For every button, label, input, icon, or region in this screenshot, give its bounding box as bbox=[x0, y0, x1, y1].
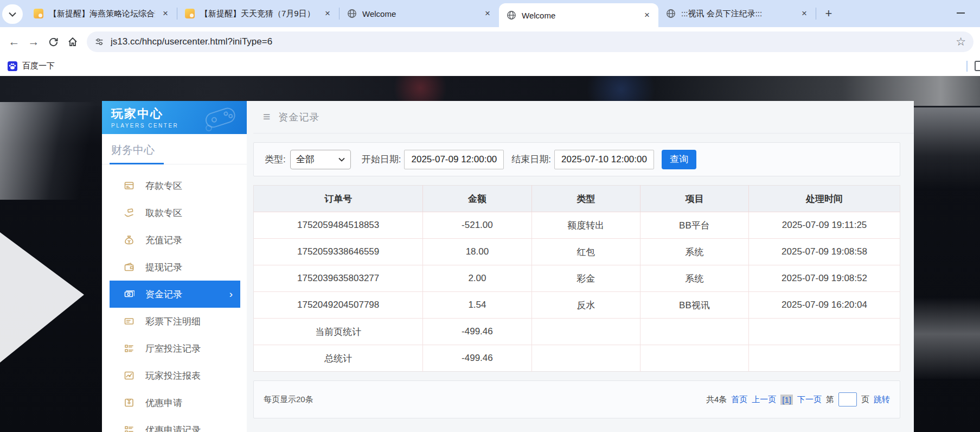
address-bar[interactable]: js13.cc/hhcp/usercenter.html?iniType=6 ☆ bbox=[87, 31, 973, 52]
tab-forum[interactable]: 【新提醒】海燕策略论坛综合交 × bbox=[26, 0, 177, 27]
table-row: 1752049204507798 1.54 反水 BB视讯 2025-07-09… bbox=[254, 292, 900, 319]
page-jump-input[interactable] bbox=[838, 392, 857, 406]
sidebar-item-label: 充值记录 bbox=[145, 234, 182, 246]
browser-toolbar: ← → js13.cc/hhcp/usercenter.html?iniType… bbox=[0, 27, 980, 56]
col-project: 项目 bbox=[640, 186, 748, 212]
filter-bar: 类型: 全部 开始日期: 2025-07-09 12:00:00 结束日期: 2… bbox=[253, 142, 900, 176]
page-header: ≡ 资金记录 bbox=[253, 101, 914, 134]
cell-project: BB平台 bbox=[640, 212, 748, 239]
sidebar-item-label: 优惠申请 bbox=[145, 397, 182, 409]
col-amount: 金额 bbox=[423, 186, 531, 212]
search-button[interactable]: 查询 bbox=[662, 150, 696, 169]
close-icon[interactable]: × bbox=[482, 8, 494, 20]
cell-order-id: 1752059338646559 bbox=[254, 239, 423, 265]
cell-project: BB视讯 bbox=[640, 292, 748, 319]
tab-welcome-1[interactable]: Welcome × bbox=[340, 0, 499, 27]
cell-order-id: 1752059484518853 bbox=[254, 212, 423, 239]
tab-welcome-2-active[interactable]: Welcome × bbox=[499, 3, 658, 27]
tabs: 【新提醒】海燕策略论坛综合交 × 【新提醒】天天竞猜（7月9日） × Welco… bbox=[26, 0, 837, 27]
type-select[interactable]: 全部 bbox=[290, 150, 351, 169]
funds-table: 订单号 金额 类型 项目 处理时间 1752059484518853 -521.… bbox=[253, 185, 900, 372]
background-streak bbox=[912, 297, 980, 379]
end-date-input[interactable]: 2025-07-10 12:00:00 bbox=[554, 150, 654, 169]
sidebar-item-label: 资金记录 bbox=[145, 288, 182, 301]
sidebar-item-promo-apply[interactable]: 优惠申请 bbox=[110, 389, 240, 416]
sidebar-item-player-bet-report[interactable]: 玩家投注报表 bbox=[110, 362, 240, 389]
sidebar-item-label: 提现记录 bbox=[145, 261, 182, 274]
list-icon bbox=[124, 343, 134, 354]
background-streak bbox=[909, 107, 980, 189]
sidebar-item-label: 存款专区 bbox=[145, 180, 182, 192]
deposit-card-icon bbox=[124, 180, 134, 191]
first-page-link[interactable]: 首页 bbox=[731, 395, 747, 405]
back-button[interactable]: ← bbox=[4, 32, 24, 52]
tab-separator bbox=[816, 8, 816, 20]
close-icon[interactable]: × bbox=[322, 8, 334, 20]
new-tab-button[interactable]: + bbox=[821, 5, 837, 22]
bookmark-baidu[interactable]: 百度一下 bbox=[8, 61, 55, 71]
close-icon[interactable]: × bbox=[798, 8, 810, 20]
sidebar-section-title: 财务中心 bbox=[102, 134, 247, 157]
cell-type: 额度转出 bbox=[531, 212, 640, 239]
type-label: 类型: bbox=[265, 153, 286, 166]
prev-page-link[interactable]: 上一页 bbox=[752, 395, 776, 405]
cell-time: 2025-07-09 19:08:52 bbox=[749, 265, 900, 292]
sidebar-header: 玩家中心 PLAYERS CENTER bbox=[102, 101, 247, 134]
sidebar-item-label: 取款专区 bbox=[145, 207, 182, 219]
tab-title: 【新提醒】海燕策略论坛综合交 bbox=[49, 9, 155, 19]
sidebar-item-deposit[interactable]: 存款专区 bbox=[110, 172, 240, 199]
globe-icon bbox=[347, 9, 357, 18]
cash-icon bbox=[124, 289, 134, 300]
next-page-link[interactable]: 下一页 bbox=[797, 395, 822, 405]
tab-title: 【新提醒】天天竞猜（7月9日） bbox=[200, 9, 317, 19]
table-row-grand-total: 总统计 -499.46 bbox=[254, 345, 900, 372]
sidebar-item-funds-record[interactable]: 资金记录 › bbox=[110, 281, 240, 308]
wallet-icon bbox=[124, 262, 134, 272]
table-header-row: 订单号 金额 类型 项目 处理时间 bbox=[254, 186, 900, 212]
bookmark-star-icon[interactable]: ☆ bbox=[956, 35, 966, 48]
money-bag-icon bbox=[124, 234, 134, 245]
col-time: 处理时间 bbox=[749, 186, 900, 212]
col-type: 类型 bbox=[531, 186, 640, 212]
home-icon bbox=[67, 36, 78, 47]
tab-search-button[interactable] bbox=[2, 4, 23, 24]
hand-money-icon bbox=[124, 207, 134, 218]
close-icon[interactable]: × bbox=[159, 8, 171, 20]
pagination-controls: 共4条 首页 上一页 [1] 下一页 第 页 跳转 bbox=[702, 392, 890, 406]
cell-time: 2025-07-09 19:11:25 bbox=[749, 212, 900, 239]
cell-type: 红包 bbox=[531, 239, 640, 265]
sidebar: 玩家中心 PLAYERS CENTER 财务中心 存款 bbox=[102, 101, 247, 432]
bookmarks-bar: 百度一下 bbox=[0, 56, 980, 76]
background-glow bbox=[0, 102, 103, 200]
reload-button[interactable] bbox=[43, 32, 63, 52]
sidebar-item-promo-apply-record[interactable]: 优惠申请记录 bbox=[110, 416, 240, 432]
tab-guess[interactable]: 【新提醒】天天竞猜（7月9日） × bbox=[177, 0, 339, 27]
sidebar-item-recharge-record[interactable]: 充值记录 bbox=[110, 226, 240, 253]
start-date-input[interactable]: 2025-07-09 12:00:00 bbox=[404, 150, 504, 169]
table-row-page-total: 当前页统计 -499.46 bbox=[254, 319, 900, 345]
sidebar-item-lottery-bet-detail[interactable]: 彩票下注明细 bbox=[110, 308, 240, 335]
jump-link[interactable]: 跳转 bbox=[874, 395, 890, 405]
tab-video-records[interactable]: :::视讯 会员下注纪录::: × bbox=[658, 0, 816, 27]
forward-button[interactable]: → bbox=[24, 32, 43, 52]
side-panel-icon[interactable] bbox=[975, 61, 980, 71]
pagination-bar: 每页显示20条 共4条 首页 上一页 [1] 下一页 第 页 跳转 bbox=[253, 380, 900, 418]
cell-label: 总统计 bbox=[254, 345, 423, 372]
url-text: js13.cc/hhcp/usercenter.html?iniType=6 bbox=[111, 36, 956, 47]
cell-project: 系统 bbox=[640, 239, 748, 265]
home-button[interactable] bbox=[63, 32, 82, 52]
cell-type: 彩金 bbox=[531, 265, 640, 292]
cell-empty bbox=[640, 319, 748, 345]
sidebar-item-withdrawal-record[interactable]: 提现记录 bbox=[110, 253, 240, 281]
sidebar-item-label: 彩票下注明细 bbox=[145, 315, 201, 328]
cell-order-id: 1752049204507798 bbox=[254, 292, 423, 319]
sidebar-item-withdraw[interactable]: 取款专区 bbox=[110, 199, 240, 226]
tab-title: Welcome bbox=[522, 11, 637, 20]
sidebar-item-label: 优惠申请记录 bbox=[145, 424, 201, 432]
sidebar-item-hall-bet-record[interactable]: 厅室投注记录 bbox=[110, 335, 240, 362]
chevron-down-icon bbox=[338, 157, 345, 162]
window-minimize-button[interactable] bbox=[957, 12, 965, 14]
end-date-label: 结束日期: bbox=[511, 153, 551, 166]
cell-empty bbox=[749, 319, 900, 345]
close-icon[interactable]: × bbox=[641, 9, 653, 21]
